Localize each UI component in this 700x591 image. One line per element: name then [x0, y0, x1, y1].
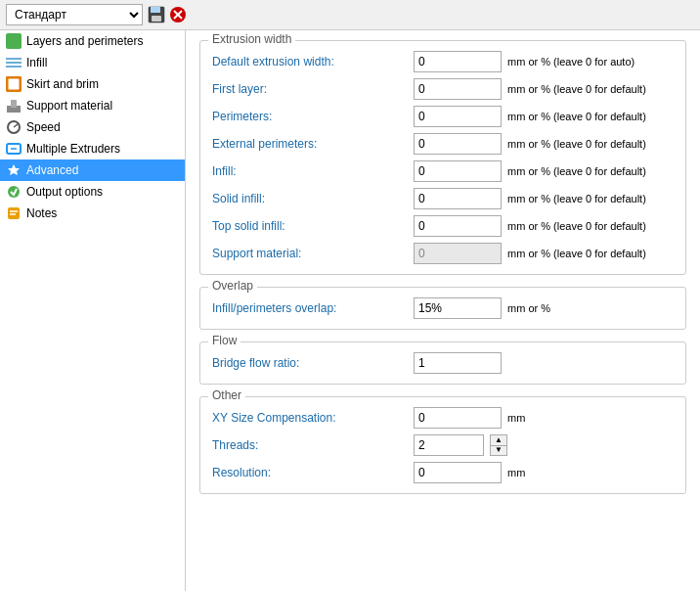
hint-resolution: mm: [507, 467, 525, 478]
sidebar-label-support: Support material: [26, 99, 112, 113]
sidebar-item-output[interactable]: Output options: [0, 181, 185, 203]
support-icon: [6, 98, 22, 114]
top-bar: Стандарт: [0, 0, 700, 30]
threads-spin-up[interactable]: ▲: [491, 435, 506, 446]
sidebar-label-advanced: Advanced: [26, 163, 78, 177]
form-row-threads: Threads: ▲ ▼: [212, 434, 674, 456]
form-row-perimeters: Perimeters: mm or % (leave 0 for default…: [212, 106, 674, 127]
input-resolution[interactable]: [414, 462, 502, 483]
flow-section: Flow Bridge flow ratio:: [199, 341, 686, 385]
sidebar-label-extruder: Multiple Extruders: [26, 142, 120, 156]
hint-support-material: mm or % (leave 0 for default): [507, 248, 646, 259]
app-window: Стандарт: [0, 0, 700, 591]
form-row-support-material: Support material: mm or % (leave 0 for d…: [212, 243, 674, 264]
overlap-section-label: Overlap: [208, 279, 257, 293]
form-row-solid-infill: Solid infill: mm or % (leave 0 for defau…: [212, 188, 674, 209]
input-top-solid-infill[interactable]: [414, 215, 502, 237]
toolbar-icons: [147, 5, 188, 24]
label-perimeters: Perimeters:: [212, 110, 408, 123]
hint-infill: mm or % (leave 0 for default): [507, 165, 646, 177]
sidebar-label-output: Output options: [26, 185, 103, 199]
notes-icon: [6, 205, 22, 221]
label-resolution: Resolution:: [212, 466, 408, 479]
input-overlap[interactable]: [414, 297, 502, 319]
input-perimeters[interactable]: [414, 106, 502, 127]
form-row-first-layer: First layer: mm or % (leave 0 for defaul…: [212, 78, 674, 100]
sidebar-label-infill: Infill: [26, 56, 47, 69]
svg-rect-13: [11, 100, 17, 108]
hint-ext-perimeters: mm or % (leave 0 for default): [507, 138, 646, 150]
label-threads: Threads:: [212, 438, 408, 452]
hint-xy-size: mm: [507, 412, 525, 424]
hint-overlap: mm or %: [507, 302, 550, 314]
output-icon: [6, 184, 22, 200]
input-ext-perimeters[interactable]: [414, 133, 502, 155]
hint-solid-infill: mm or % (leave 0 for default): [507, 193, 646, 205]
extrusion-section-label: Extrusion width: [208, 32, 295, 46]
svg-rect-19: [8, 207, 20, 219]
input-threads[interactable]: [414, 434, 484, 456]
content-area: Layers and perimeters Infill: [0, 30, 700, 591]
form-row-top-solid-infill: Top solid infill: mm or % (leave 0 for d…: [212, 215, 674, 237]
input-default-extrusion[interactable]: [414, 51, 502, 72]
input-bridge-flow[interactable]: [414, 352, 502, 374]
sidebar-label-notes: Notes: [26, 206, 57, 220]
threads-spinner: ▲ ▼: [490, 434, 507, 456]
close-icon: [169, 6, 187, 23]
input-solid-infill[interactable]: [414, 188, 502, 209]
overlap-section: Overlap Infill/perimeters overlap: mm or…: [199, 287, 686, 330]
save-icon: [148, 6, 165, 23]
hint-perimeters: mm or % (leave 0 for default): [507, 111, 646, 122]
svg-rect-1: [151, 7, 160, 13]
form-row-default-extrusion: Default extrusion width: mm or % (leave …: [212, 51, 674, 72]
hint-top-solid-infill: mm or % (leave 0 for default): [507, 220, 646, 232]
sidebar-item-notes[interactable]: Notes: [0, 203, 185, 224]
label-first-layer: First layer:: [212, 82, 408, 96]
sidebar-item-advanced[interactable]: Advanced: [0, 159, 185, 181]
sidebar-item-support[interactable]: Support material: [0, 95, 185, 116]
form-row-infill: Infill: mm or % (leave 0 for default): [212, 160, 674, 182]
threads-spin-down[interactable]: ▼: [491, 446, 506, 456]
preset-select[interactable]: Стандарт: [6, 4, 143, 25]
label-top-solid-infill: Top solid infill:: [212, 219, 408, 233]
sidebar: Layers and perimeters Infill: [0, 30, 186, 591]
sidebar-label-speed: Speed: [26, 120, 61, 134]
sidebar-item-skirt[interactable]: Skirt and brim: [0, 73, 185, 95]
save-button[interactable]: [147, 5, 166, 24]
input-infill[interactable]: [414, 160, 502, 182]
label-bridge-flow: Bridge flow ratio:: [212, 356, 408, 370]
input-xy-size[interactable]: [414, 407, 502, 429]
sidebar-item-extruder[interactable]: Multiple Extruders: [0, 138, 185, 159]
flow-section-label: Flow: [208, 334, 241, 347]
extruder-icon: [6, 141, 22, 157]
label-solid-infill: Solid infill:: [212, 192, 408, 205]
svg-rect-11: [7, 77, 21, 91]
other-section-label: Other: [208, 388, 245, 402]
hint-first-layer: mm or % (leave 0 for default): [507, 83, 646, 95]
form-row-bridge-flow: Bridge flow ratio:: [212, 352, 674, 374]
close-button[interactable]: [168, 5, 188, 24]
sidebar-label-layers: Layers and perimeters: [26, 34, 143, 48]
sidebar-item-speed[interactable]: Speed: [0, 116, 185, 138]
main-panel: Extrusion width Default extrusion width:…: [186, 30, 700, 591]
label-xy-size: XY Size Compensation:: [212, 411, 408, 425]
advanced-icon: [6, 162, 22, 178]
extrusion-section: Extrusion width Default extrusion width:…: [199, 40, 686, 275]
label-infill: Infill:: [212, 164, 408, 178]
svg-line-15: [14, 124, 18, 127]
form-row-ext-perimeters: External perimeters: mm or % (leave 0 fo…: [212, 133, 674, 155]
label-support-material: Support material:: [212, 247, 408, 260]
form-row-overlap: Infill/perimeters overlap: mm or %: [212, 297, 674, 319]
sidebar-item-layers[interactable]: Layers and perimeters: [0, 30, 185, 52]
input-first-layer[interactable]: [414, 78, 502, 100]
label-ext-perimeters: External perimeters:: [212, 137, 408, 151]
label-default-extrusion: Default extrusion width:: [212, 55, 408, 68]
hint-default-extrusion: mm or % (leave 0 for auto): [507, 56, 634, 68]
skirt-icon: [6, 76, 22, 92]
speed-icon: [6, 119, 22, 135]
sidebar-item-infill[interactable]: Infill: [0, 52, 185, 73]
form-row-xy-size: XY Size Compensation: mm: [212, 407, 674, 429]
input-support-material[interactable]: [414, 243, 502, 264]
other-section: Other XY Size Compensation: mm Threads: …: [199, 396, 686, 494]
svg-rect-2: [152, 16, 161, 22]
